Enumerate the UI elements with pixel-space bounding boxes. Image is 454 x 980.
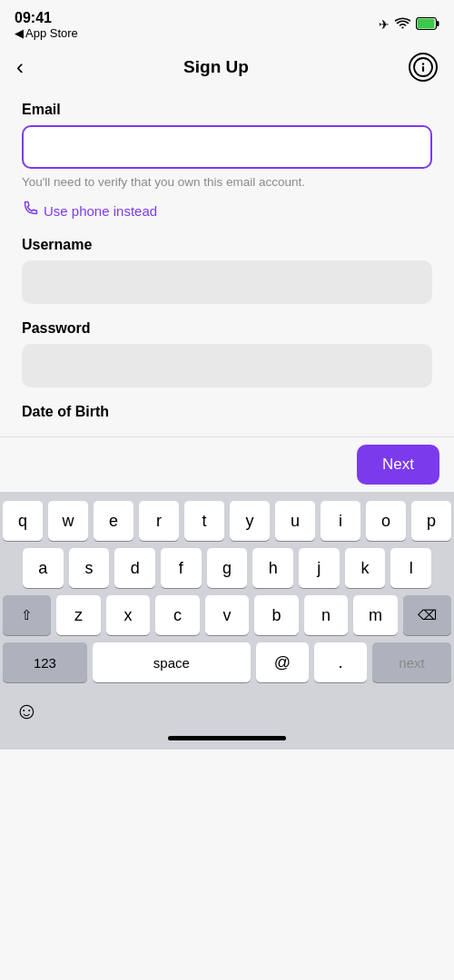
status-app-store: ◀ App Store [15,26,78,40]
toolbar-row: Next [0,436,454,492]
key-d[interactable]: d [114,548,155,588]
key-i[interactable]: i [321,501,360,541]
svg-rect-5 [422,66,424,72]
dob-label: Date of Birth [22,404,432,420]
svg-rect-2 [418,18,435,28]
delete-key[interactable]: ⌫ [403,595,451,635]
next-key[interactable]: next [372,642,451,682]
key-s[interactable]: s [69,548,110,588]
key-p[interactable]: p [411,501,451,541]
page-title: Sign Up [183,57,249,77]
key-r[interactable]: r [139,501,179,541]
key-q[interactable]: q [3,501,43,541]
at-key[interactable]: @ [256,642,309,682]
battery-icon [416,17,439,33]
svg-rect-1 [437,21,439,26]
info-button[interactable] [409,53,438,82]
key-u[interactable]: u [275,501,315,541]
status-bar: 09:41 ◀ App Store ✈ [0,0,454,44]
use-phone-label: Use phone instead [44,203,157,219]
space-key[interactable]: space [93,642,251,682]
key-l[interactable]: l [390,548,431,588]
airplane-icon: ✈ [379,17,390,32]
phone-icon [22,201,38,220]
key-e[interactable]: e [94,501,133,541]
keyboard-row-1: q w e r t y u i o p [3,501,451,541]
username-input[interactable] [22,260,432,304]
email-label: Email [22,102,432,118]
key-j[interactable]: j [299,548,340,588]
key-n[interactable]: n [304,595,348,635]
keyboard-row-2: a s d f g h j k l [3,548,451,588]
password-input[interactable] [22,344,432,387]
shift-key[interactable]: ⇧ [3,595,51,635]
key-m[interactable]: m [353,595,397,635]
key-b[interactable]: b [254,595,298,635]
username-label: Username [22,237,432,253]
key-c[interactable]: c [155,595,199,635]
wifi-icon [395,17,410,33]
key-a[interactable]: a [23,548,64,588]
key-v[interactable]: v [205,595,249,635]
email-field-group: Email You'll need to verify that you own… [22,102,432,220]
use-phone-button[interactable]: Use phone instead [22,201,432,220]
key-x[interactable]: x [106,595,150,635]
home-indicator-area [0,730,454,750]
home-indicator [168,736,286,740]
password-field-group: Password [22,320,432,387]
emoji-button[interactable]: ☺ [15,697,39,725]
status-icons: ✈ [379,17,439,33]
back-chevron-icon: ◀ [15,26,24,40]
keyboard-row-4: 123 space @ . next [3,642,451,682]
key-g[interactable]: g [207,548,248,588]
key-y[interactable]: y [230,501,270,541]
key-t[interactable]: t [184,501,224,541]
key-z[interactable]: z [56,595,100,635]
password-label: Password [22,320,432,337]
next-button[interactable]: Next [357,445,439,485]
status-left: 09:41 ◀ App Store [15,9,78,40]
username-field-group: Username [22,237,432,304]
form-area: Email You'll need to verify that you own… [0,91,454,420]
keyboard-row-3: ⇧ z x c v b n m ⌫ [3,595,451,635]
nav-bar: ‹ Sign Up [0,44,454,91]
keyboard-bottom: ☺ [0,693,454,730]
key-w[interactable]: w [48,501,88,541]
status-time: 09:41 [15,9,78,26]
key-h[interactable]: h [252,548,293,588]
email-input[interactable] [22,125,432,169]
key-k[interactable]: k [345,548,386,588]
numbers-key[interactable]: 123 [3,642,87,682]
svg-point-4 [422,63,424,64]
email-hint: You'll need to verify that you own this … [22,174,432,191]
dob-field-group: Date of Birth [22,404,432,420]
key-f[interactable]: f [161,548,202,588]
key-o[interactable]: o [366,501,406,541]
back-button[interactable]: ‹ [16,54,24,80]
keyboard: q w e r t y u i o p a s d f g h j k l ⇧ … [0,492,454,693]
period-key[interactable]: . [314,642,367,682]
